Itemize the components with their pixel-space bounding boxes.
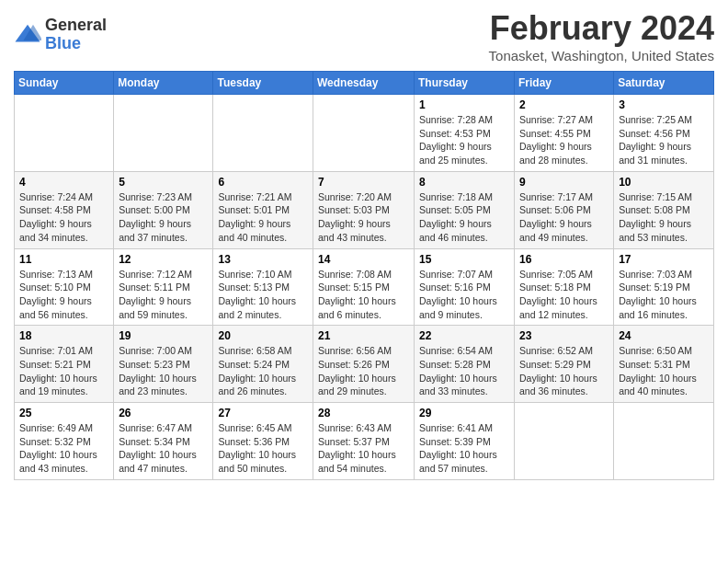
day-cell: 5 Sunrise: 7:23 AMSunset: 5:00 PMDayligh… <box>114 171 213 248</box>
day-cell: 4 Sunrise: 7:24 AMSunset: 4:58 PMDayligh… <box>15 171 114 248</box>
calendar: SundayMondayTuesdayWednesdayThursdayFrid… <box>14 71 714 480</box>
calendar-header: SundayMondayTuesdayWednesdayThursdayFrid… <box>15 72 714 95</box>
location-title: Tonasket, Washington, United States <box>489 48 714 63</box>
day-cell: 28 Sunrise: 6:43 AMSunset: 5:37 PMDaylig… <box>313 403 415 480</box>
day-info: Sunrise: 7:18 AMSunset: 5:05 PMDaylight:… <box>419 190 509 245</box>
day-number: 15 <box>419 253 509 266</box>
day-cell: 10 Sunrise: 7:15 AMSunset: 5:08 PMDaylig… <box>614 171 714 248</box>
day-cell: 19 Sunrise: 7:00 AMSunset: 5:23 PMDaylig… <box>114 326 213 403</box>
day-cell: 29 Sunrise: 6:41 AMSunset: 5:39 PMDaylig… <box>415 403 515 480</box>
day-number: 20 <box>218 329 308 342</box>
day-number: 3 <box>619 98 709 111</box>
day-info: Sunrise: 7:28 AMSunset: 4:53 PMDaylight:… <box>419 113 509 167</box>
logo-text: General Blue <box>45 17 107 53</box>
day-cell: 15 Sunrise: 7:07 AMSunset: 5:16 PMDaylig… <box>415 248 515 326</box>
day-cell: 22 Sunrise: 6:54 AMSunset: 5:28 PMDaylig… <box>415 326 515 403</box>
day-number: 6 <box>218 176 308 189</box>
day-number: 16 <box>519 253 609 266</box>
day-cell: 16 Sunrise: 7:05 AMSunset: 5:18 PMDaylig… <box>515 248 614 326</box>
day-cell: 20 Sunrise: 6:58 AMSunset: 5:24 PMDaylig… <box>213 326 313 403</box>
day-number: 22 <box>419 329 509 342</box>
day-cell: 1 Sunrise: 7:28 AMSunset: 4:53 PMDayligh… <box>415 95 515 172</box>
weekday-header-tuesday: Tuesday <box>213 72 313 95</box>
day-cell: 14 Sunrise: 7:08 AMSunset: 5:15 PMDaylig… <box>313 248 415 326</box>
week-row-4: 25 Sunrise: 6:49 AMSunset: 5:32 PMDaylig… <box>15 403 714 480</box>
logo: General Blue <box>14 17 107 53</box>
day-number: 26 <box>119 407 208 419</box>
day-cell: 18 Sunrise: 7:01 AMSunset: 5:21 PMDaylig… <box>15 326 114 403</box>
week-row-3: 18 Sunrise: 7:01 AMSunset: 5:21 PMDaylig… <box>15 326 714 403</box>
day-info: Sunrise: 6:43 AMSunset: 5:37 PMDaylight:… <box>318 421 409 476</box>
day-number: 2 <box>519 98 609 111</box>
day-number: 8 <box>419 176 509 189</box>
day-cell <box>614 403 714 480</box>
day-cell <box>313 95 415 172</box>
day-info: Sunrise: 7:24 AMSunset: 4:58 PMDaylight:… <box>19 190 108 245</box>
day-cell: 11 Sunrise: 7:13 AMSunset: 5:10 PMDaylig… <box>15 248 114 326</box>
header: General Blue February 2024 Tonasket, Was… <box>14 9 714 63</box>
calendar-body: 1 Sunrise: 7:28 AMSunset: 4:53 PMDayligh… <box>15 95 714 480</box>
day-info: Sunrise: 6:58 AMSunset: 5:24 PMDaylight:… <box>218 344 308 398</box>
day-info: Sunrise: 7:08 AMSunset: 5:15 PMDaylight:… <box>318 268 409 322</box>
day-info: Sunrise: 7:13 AMSunset: 5:10 PMDaylight:… <box>19 268 108 322</box>
day-info: Sunrise: 7:20 AMSunset: 5:03 PMDaylight:… <box>318 190 409 245</box>
day-cell: 24 Sunrise: 6:50 AMSunset: 5:31 PMDaylig… <box>614 326 714 403</box>
day-number: 25 <box>19 407 108 419</box>
day-cell <box>213 95 313 172</box>
day-cell: 8 Sunrise: 7:18 AMSunset: 5:05 PMDayligh… <box>415 171 515 248</box>
day-number: 4 <box>19 176 108 189</box>
day-cell: 17 Sunrise: 7:03 AMSunset: 5:19 PMDaylig… <box>614 248 714 326</box>
day-cell <box>15 95 114 172</box>
day-info: Sunrise: 6:41 AMSunset: 5:39 PMDaylight:… <box>419 421 509 476</box>
weekday-row: SundayMondayTuesdayWednesdayThursdayFrid… <box>15 72 714 95</box>
day-info: Sunrise: 6:56 AMSunset: 5:26 PMDaylight:… <box>318 344 409 398</box>
day-info: Sunrise: 7:21 AMSunset: 5:01 PMDaylight:… <box>218 190 308 245</box>
day-number: 17 <box>619 253 709 266</box>
day-cell: 7 Sunrise: 7:20 AMSunset: 5:03 PMDayligh… <box>313 171 415 248</box>
day-number: 29 <box>419 407 509 419</box>
day-number: 5 <box>119 176 208 189</box>
day-cell <box>114 95 213 172</box>
day-info: Sunrise: 6:47 AMSunset: 5:34 PMDaylight:… <box>119 421 208 476</box>
week-row-2: 11 Sunrise: 7:13 AMSunset: 5:10 PMDaylig… <box>15 248 714 326</box>
day-cell: 23 Sunrise: 6:52 AMSunset: 5:29 PMDaylig… <box>515 326 614 403</box>
day-info: Sunrise: 6:49 AMSunset: 5:32 PMDaylight:… <box>19 421 108 476</box>
logo-icon <box>14 21 41 49</box>
day-info: Sunrise: 7:17 AMSunset: 5:06 PMDaylight:… <box>519 190 609 245</box>
weekday-header-monday: Monday <box>114 72 213 95</box>
day-cell <box>515 403 614 480</box>
day-cell: 6 Sunrise: 7:21 AMSunset: 5:01 PMDayligh… <box>213 171 313 248</box>
day-number: 13 <box>218 253 308 266</box>
day-info: Sunrise: 7:03 AMSunset: 5:19 PMDaylight:… <box>619 268 709 322</box>
day-cell: 13 Sunrise: 7:10 AMSunset: 5:13 PMDaylig… <box>213 248 313 326</box>
day-number: 9 <box>519 176 609 189</box>
day-number: 28 <box>318 407 409 419</box>
day-info: Sunrise: 6:50 AMSunset: 5:31 PMDaylight:… <box>619 344 709 398</box>
day-cell: 2 Sunrise: 7:27 AMSunset: 4:55 PMDayligh… <box>515 95 614 172</box>
logo-general: General <box>45 17 107 35</box>
weekday-header-sunday: Sunday <box>15 72 114 95</box>
day-info: Sunrise: 7:07 AMSunset: 5:16 PMDaylight:… <box>419 268 509 322</box>
day-cell: 9 Sunrise: 7:17 AMSunset: 5:06 PMDayligh… <box>515 171 614 248</box>
day-info: Sunrise: 7:05 AMSunset: 5:18 PMDaylight:… <box>519 268 609 322</box>
day-info: Sunrise: 6:52 AMSunset: 5:29 PMDaylight:… <box>519 344 609 398</box>
day-info: Sunrise: 7:23 AMSunset: 5:00 PMDaylight:… <box>119 190 208 245</box>
week-row-1: 4 Sunrise: 7:24 AMSunset: 4:58 PMDayligh… <box>15 171 714 248</box>
day-info: Sunrise: 7:25 AMSunset: 4:56 PMDaylight:… <box>619 113 709 167</box>
day-number: 23 <box>519 329 609 342</box>
day-info: Sunrise: 6:54 AMSunset: 5:28 PMDaylight:… <box>419 344 509 398</box>
day-number: 14 <box>318 253 409 266</box>
day-cell: 26 Sunrise: 6:47 AMSunset: 5:34 PMDaylig… <box>114 403 213 480</box>
weekday-header-thursday: Thursday <box>415 72 515 95</box>
day-number: 1 <box>419 98 509 111</box>
day-number: 11 <box>19 253 108 266</box>
logo-blue: Blue <box>45 35 107 53</box>
day-number: 21 <box>318 329 409 342</box>
day-number: 7 <box>318 176 409 189</box>
day-cell: 27 Sunrise: 6:45 AMSunset: 5:36 PMDaylig… <box>213 403 313 480</box>
day-cell: 12 Sunrise: 7:12 AMSunset: 5:11 PMDaylig… <box>114 248 213 326</box>
day-number: 10 <box>619 176 709 189</box>
day-cell: 21 Sunrise: 6:56 AMSunset: 5:26 PMDaylig… <box>313 326 415 403</box>
weekday-header-wednesday: Wednesday <box>313 72 415 95</box>
day-number: 12 <box>119 253 208 266</box>
